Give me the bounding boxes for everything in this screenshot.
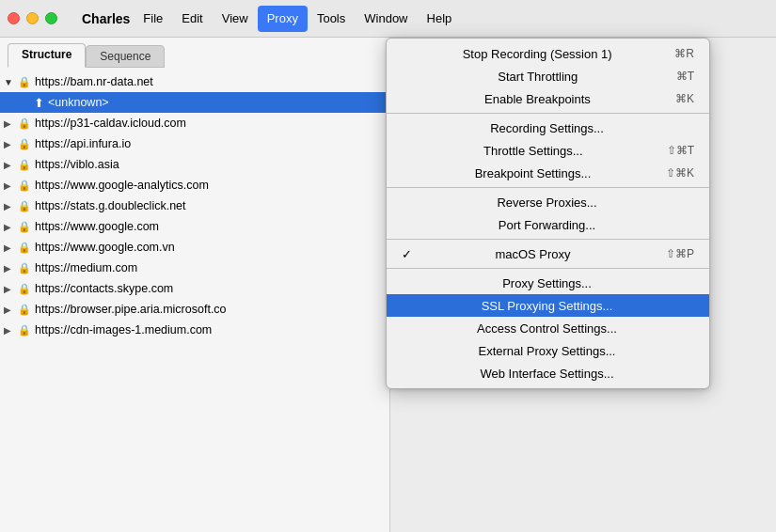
lock-icon-infura: 🔒 xyxy=(17,137,32,150)
expand-arrow-infura: ▶ xyxy=(4,139,17,149)
tree-label-infura: https://api.infura.io xyxy=(35,137,131,150)
proxy-dropdown-menu: Stop Recording (Session 1) ⌘R Start Thro… xyxy=(386,38,710,389)
tree-label-cdn: https://cdn-images-1.medium.com xyxy=(35,323,212,336)
tree-item-bam[interactable]: ▼ 🔒 https://bam.nr-data.net xyxy=(0,71,389,92)
separator-2 xyxy=(387,187,709,188)
lock-icon-viblo: 🔒 xyxy=(17,158,32,171)
separator-4 xyxy=(387,268,709,269)
expand-arrow-cdn: ▶ xyxy=(4,325,17,336)
minimize-button[interactable] xyxy=(26,12,39,24)
tree-item-medium[interactable]: ▶ 🔒 https://medium.com xyxy=(0,258,389,278)
checkmark-macos-proxy: ✓ xyxy=(402,247,417,261)
expand-arrow-p31: ▶ xyxy=(4,118,17,129)
shortcut-throttling: ⌘T xyxy=(676,70,694,83)
tree-label-viblo: https://viblo.asia xyxy=(35,158,119,171)
menu-recording-settings[interactable]: Recording Settings... xyxy=(387,117,709,139)
tree-item-viblo[interactable]: ▶ 🔒 https://viblo.asia xyxy=(0,154,389,175)
menu-tools[interactable]: Tools xyxy=(308,6,355,32)
maximize-button[interactable] xyxy=(45,12,57,24)
lock-icon-ms: 🔒 xyxy=(17,303,32,316)
tree-item-google-vn[interactable]: ▶ 🔒 https://www.google.com.vn xyxy=(0,237,389,258)
shortcut-stop-recording: ⌘R xyxy=(674,47,694,60)
menu-file[interactable]: File xyxy=(134,6,172,32)
menu-window[interactable]: Window xyxy=(355,6,417,32)
tree-item-google-analytics[interactable]: ▶ 🔒 https://www.google-analytics.com xyxy=(0,175,389,196)
menu-port-forwarding[interactable]: Port Forwarding... xyxy=(387,213,709,236)
menu-web-interface-settings[interactable]: Web Interface Settings... xyxy=(387,362,709,384)
tree-list: ▼ 🔒 https://bam.nr-data.net ⬆ <unknown> … xyxy=(0,68,389,532)
menu-proxy[interactable]: Proxy xyxy=(258,6,308,32)
tree-label-skype: https://contacts.skype.com xyxy=(35,282,173,295)
menu-macos-proxy[interactable]: ✓ macOS Proxy ⇧⌘P xyxy=(387,243,709,265)
tree-item-doubleclick[interactable]: ▶ 🔒 https://stats.g.doubleclick.net xyxy=(0,196,389,216)
tree-item-infura[interactable]: ▶ 🔒 https://api.infura.io xyxy=(0,133,389,154)
expand-arrow-skype: ▶ xyxy=(4,284,17,294)
menu-external-proxy-settings[interactable]: External Proxy Settings... xyxy=(387,339,709,362)
tree-item-unknown[interactable]: ⬆ <unknown> xyxy=(0,92,389,113)
lock-icon-dc: 🔒 xyxy=(17,199,32,212)
expand-arrow-medium: ▶ xyxy=(4,263,17,274)
menu-proxy-settings[interactable]: Proxy Settings... xyxy=(387,272,709,294)
lock-icon-google: 🔒 xyxy=(17,220,32,233)
shortcut-macos-proxy: ⇧⌘P xyxy=(666,247,694,260)
tree-item-google[interactable]: ▶ 🔒 https://www.google.com xyxy=(0,216,389,237)
tab-structure[interactable]: Structure xyxy=(8,43,86,68)
tree-label-dc: https://stats.g.doubleclick.net xyxy=(35,199,186,212)
tree-item-microsoft[interactable]: ▶ 🔒 https://browser.pipe.aria.microsoft.… xyxy=(0,299,389,320)
tree-label-ga: https://www.google-analytics.com xyxy=(35,179,209,192)
expand-arrow-google: ▶ xyxy=(4,222,17,232)
menu-start-throttling[interactable]: Start Throttling ⌘T xyxy=(387,65,709,87)
menu-view[interactable]: View xyxy=(213,6,258,32)
lock-icon-ga: 🔒 xyxy=(17,179,32,192)
expand-arrow-dc: ▶ xyxy=(4,201,17,211)
expand-arrow-ms: ▶ xyxy=(4,305,17,315)
menu-stop-recording[interactable]: Stop Recording (Session 1) ⌘R xyxy=(387,42,709,65)
tree-item-skype[interactable]: ▶ 🔒 https://contacts.skype.com xyxy=(0,278,389,299)
expand-arrow-ga: ▶ xyxy=(4,180,17,191)
tree-label-googlevn: https://www.google.com.vn xyxy=(35,241,175,254)
menu-ssl-proxying-settings[interactable]: SSL Proxying Settings... xyxy=(387,294,709,317)
tree-label-ms: https://browser.pipe.aria.microsoft.co xyxy=(35,303,227,316)
menu-reverse-proxies[interactable]: Reverse Proxies... xyxy=(387,191,709,213)
menu-breakpoint-settings[interactable]: Breakpoint Settings... ⇧⌘K xyxy=(387,162,709,184)
lock-icon-p31: 🔒 xyxy=(17,117,32,130)
tree-label-p31: https://p31-caldav.icloud.com xyxy=(35,117,186,130)
lock-icon-googlevn: 🔒 xyxy=(17,241,32,254)
separator-3 xyxy=(387,239,709,240)
menu-edit[interactable]: Edit xyxy=(172,6,212,32)
menu-help[interactable]: Help xyxy=(418,6,462,32)
lock-icon-medium: 🔒 xyxy=(17,261,32,274)
tree-item-cdn[interactable]: ▶ 🔒 https://cdn-images-1.medium.com xyxy=(0,320,389,340)
lock-icon-bam: 🔒 xyxy=(17,75,32,88)
close-button[interactable] xyxy=(8,12,20,24)
traffic-lights xyxy=(8,12,57,24)
sidebar: Structure Sequence ▼ 🔒 https://bam.nr-da… xyxy=(0,38,390,532)
menu-enable-breakpoints[interactable]: Enable Breakpoints ⌘K xyxy=(387,87,709,110)
separator-1 xyxy=(387,113,709,114)
expand-arrow-viblo: ▶ xyxy=(4,160,17,170)
shortcut-breakpoints: ⌘K xyxy=(675,92,694,105)
tree-item-p31[interactable]: ▶ 🔒 https://p31-caldav.icloud.com xyxy=(0,113,389,133)
lock-icon-cdn: 🔒 xyxy=(17,323,32,336)
upload-icon-unknown: ⬆ xyxy=(32,96,45,109)
tree-label-medium: https://medium.com xyxy=(35,261,137,274)
tab-sequence[interactable]: Sequence xyxy=(86,45,165,68)
tree-label-unknown: <unknown> xyxy=(48,96,109,109)
menubar: Charles File Edit View Proxy Tools Windo… xyxy=(0,0,776,38)
expand-arrow-googlevn: ▶ xyxy=(4,243,17,253)
sidebar-tabs: Structure Sequence xyxy=(0,38,389,68)
shortcut-throttle-settings: ⇧⌘T xyxy=(667,144,694,157)
expand-arrow-bam: ▼ xyxy=(4,77,17,87)
lock-icon-skype: 🔒 xyxy=(17,282,32,295)
menu-access-control-settings[interactable]: Access Control Settings... xyxy=(387,317,709,339)
tree-label-google: https://www.google.com xyxy=(35,220,159,233)
app-name: Charles xyxy=(82,11,130,26)
shortcut-breakpoint-settings: ⇧⌘K xyxy=(666,166,694,180)
tree-label-bam: https://bam.nr-data.net xyxy=(35,75,153,88)
menu-throttle-settings[interactable]: Throttle Settings... ⇧⌘T xyxy=(387,139,709,162)
